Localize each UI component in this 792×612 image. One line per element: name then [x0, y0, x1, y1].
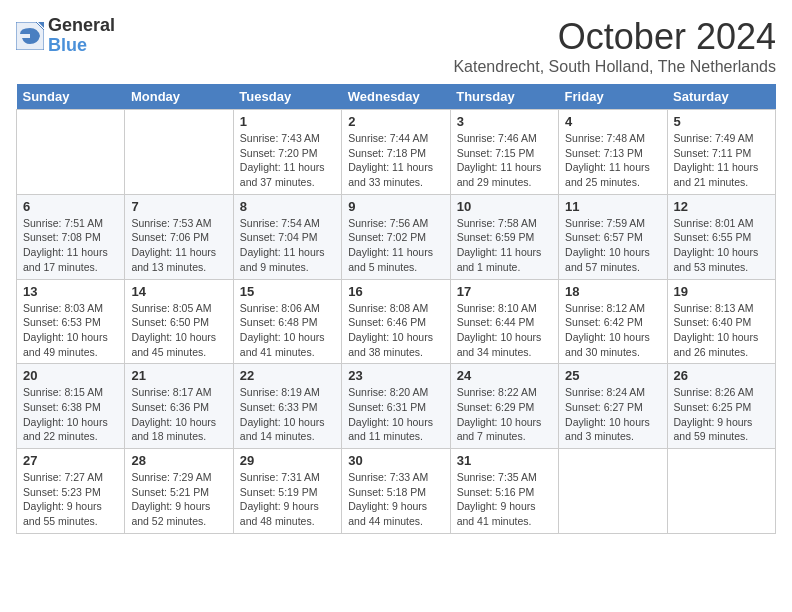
- cell-info: Sunrise: 8:26 AM Sunset: 6:25 PM Dayligh…: [674, 385, 769, 444]
- cell-info: Sunrise: 8:22 AM Sunset: 6:29 PM Dayligh…: [457, 385, 552, 444]
- day-number: 15: [240, 284, 335, 299]
- day-number: 19: [674, 284, 769, 299]
- cell-info: Sunrise: 8:20 AM Sunset: 6:31 PM Dayligh…: [348, 385, 443, 444]
- day-number: 8: [240, 199, 335, 214]
- day-number: 7: [131, 199, 226, 214]
- day-number: 31: [457, 453, 552, 468]
- calendar-cell: [17, 110, 125, 195]
- logo-icon: [16, 22, 44, 50]
- calendar-cell: 27Sunrise: 7:27 AM Sunset: 5:23 PM Dayli…: [17, 449, 125, 534]
- cell-info: Sunrise: 7:54 AM Sunset: 7:04 PM Dayligh…: [240, 216, 335, 275]
- calendar-cell: [667, 449, 775, 534]
- calendar-cell: 16Sunrise: 8:08 AM Sunset: 6:46 PM Dayli…: [342, 279, 450, 364]
- day-number: 22: [240, 368, 335, 383]
- calendar-cell: 19Sunrise: 8:13 AM Sunset: 6:40 PM Dayli…: [667, 279, 775, 364]
- calendar-cell: 2Sunrise: 7:44 AM Sunset: 7:18 PM Daylig…: [342, 110, 450, 195]
- day-number: 9: [348, 199, 443, 214]
- logo-text: General Blue: [48, 16, 115, 56]
- cell-info: Sunrise: 7:59 AM Sunset: 6:57 PM Dayligh…: [565, 216, 660, 275]
- calendar-cell: 14Sunrise: 8:05 AM Sunset: 6:50 PM Dayli…: [125, 279, 233, 364]
- calendar-cell: 7Sunrise: 7:53 AM Sunset: 7:06 PM Daylig…: [125, 194, 233, 279]
- calendar-cell: 15Sunrise: 8:06 AM Sunset: 6:48 PM Dayli…: [233, 279, 341, 364]
- calendar-cell: 8Sunrise: 7:54 AM Sunset: 7:04 PM Daylig…: [233, 194, 341, 279]
- calendar-cell: 1Sunrise: 7:43 AM Sunset: 7:20 PM Daylig…: [233, 110, 341, 195]
- cell-info: Sunrise: 8:12 AM Sunset: 6:42 PM Dayligh…: [565, 301, 660, 360]
- calendar-cell: 26Sunrise: 8:26 AM Sunset: 6:25 PM Dayli…: [667, 364, 775, 449]
- location: Katendrecht, South Holland, The Netherla…: [453, 58, 776, 76]
- calendar-cell: 23Sunrise: 8:20 AM Sunset: 6:31 PM Dayli…: [342, 364, 450, 449]
- day-number: 11: [565, 199, 660, 214]
- day-number: 17: [457, 284, 552, 299]
- cell-info: Sunrise: 8:15 AM Sunset: 6:38 PM Dayligh…: [23, 385, 118, 444]
- column-header-sunday: Sunday: [17, 84, 125, 110]
- day-number: 12: [674, 199, 769, 214]
- cell-info: Sunrise: 8:08 AM Sunset: 6:46 PM Dayligh…: [348, 301, 443, 360]
- calendar-week-3: 13Sunrise: 8:03 AM Sunset: 6:53 PM Dayli…: [17, 279, 776, 364]
- day-number: 18: [565, 284, 660, 299]
- cell-info: Sunrise: 7:56 AM Sunset: 7:02 PM Dayligh…: [348, 216, 443, 275]
- cell-info: Sunrise: 7:58 AM Sunset: 6:59 PM Dayligh…: [457, 216, 552, 275]
- month-title: October 2024: [453, 16, 776, 58]
- calendar-week-4: 20Sunrise: 8:15 AM Sunset: 6:38 PM Dayli…: [17, 364, 776, 449]
- column-header-saturday: Saturday: [667, 84, 775, 110]
- day-number: 5: [674, 114, 769, 129]
- calendar-cell: 29Sunrise: 7:31 AM Sunset: 5:19 PM Dayli…: [233, 449, 341, 534]
- day-number: 29: [240, 453, 335, 468]
- cell-info: Sunrise: 7:53 AM Sunset: 7:06 PM Dayligh…: [131, 216, 226, 275]
- day-number: 14: [131, 284, 226, 299]
- calendar-cell: 3Sunrise: 7:46 AM Sunset: 7:15 PM Daylig…: [450, 110, 558, 195]
- calendar-cell: 5Sunrise: 7:49 AM Sunset: 7:11 PM Daylig…: [667, 110, 775, 195]
- calendar-cell: 9Sunrise: 7:56 AM Sunset: 7:02 PM Daylig…: [342, 194, 450, 279]
- calendar-cell: 13Sunrise: 8:03 AM Sunset: 6:53 PM Dayli…: [17, 279, 125, 364]
- column-header-wednesday: Wednesday: [342, 84, 450, 110]
- day-number: 25: [565, 368, 660, 383]
- calendar-cell: 18Sunrise: 8:12 AM Sunset: 6:42 PM Dayli…: [559, 279, 667, 364]
- calendar-cell: 25Sunrise: 8:24 AM Sunset: 6:27 PM Dayli…: [559, 364, 667, 449]
- calendar-cell: 17Sunrise: 8:10 AM Sunset: 6:44 PM Dayli…: [450, 279, 558, 364]
- calendar-week-2: 6Sunrise: 7:51 AM Sunset: 7:08 PM Daylig…: [17, 194, 776, 279]
- cell-info: Sunrise: 7:35 AM Sunset: 5:16 PM Dayligh…: [457, 470, 552, 529]
- calendar-cell: 24Sunrise: 8:22 AM Sunset: 6:29 PM Dayli…: [450, 364, 558, 449]
- day-number: 10: [457, 199, 552, 214]
- cell-info: Sunrise: 8:06 AM Sunset: 6:48 PM Dayligh…: [240, 301, 335, 360]
- day-number: 13: [23, 284, 118, 299]
- calendar-cell: 21Sunrise: 8:17 AM Sunset: 6:36 PM Dayli…: [125, 364, 233, 449]
- logo-blue: Blue: [48, 36, 115, 56]
- day-number: 3: [457, 114, 552, 129]
- logo-general: General: [48, 16, 115, 36]
- calendar-cell: 11Sunrise: 7:59 AM Sunset: 6:57 PM Dayli…: [559, 194, 667, 279]
- calendar-cell: [559, 449, 667, 534]
- cell-info: Sunrise: 7:29 AM Sunset: 5:21 PM Dayligh…: [131, 470, 226, 529]
- cell-info: Sunrise: 7:43 AM Sunset: 7:20 PM Dayligh…: [240, 131, 335, 190]
- page-header: General Blue October 2024 Katendrecht, S…: [16, 16, 776, 76]
- cell-info: Sunrise: 7:51 AM Sunset: 7:08 PM Dayligh…: [23, 216, 118, 275]
- calendar-cell: 6Sunrise: 7:51 AM Sunset: 7:08 PM Daylig…: [17, 194, 125, 279]
- cell-info: Sunrise: 7:33 AM Sunset: 5:18 PM Dayligh…: [348, 470, 443, 529]
- header-row: SundayMondayTuesdayWednesdayThursdayFrid…: [17, 84, 776, 110]
- column-header-friday: Friday: [559, 84, 667, 110]
- cell-info: Sunrise: 8:03 AM Sunset: 6:53 PM Dayligh…: [23, 301, 118, 360]
- column-header-monday: Monday: [125, 84, 233, 110]
- day-number: 27: [23, 453, 118, 468]
- calendar-cell: 22Sunrise: 8:19 AM Sunset: 6:33 PM Dayli…: [233, 364, 341, 449]
- day-number: 16: [348, 284, 443, 299]
- day-number: 30: [348, 453, 443, 468]
- day-number: 21: [131, 368, 226, 383]
- day-number: 2: [348, 114, 443, 129]
- calendar-cell: 12Sunrise: 8:01 AM Sunset: 6:55 PM Dayli…: [667, 194, 775, 279]
- column-header-tuesday: Tuesday: [233, 84, 341, 110]
- calendar-cell: 10Sunrise: 7:58 AM Sunset: 6:59 PM Dayli…: [450, 194, 558, 279]
- logo: General Blue: [16, 16, 115, 56]
- day-number: 1: [240, 114, 335, 129]
- day-number: 23: [348, 368, 443, 383]
- cell-info: Sunrise: 8:01 AM Sunset: 6:55 PM Dayligh…: [674, 216, 769, 275]
- calendar-cell: 31Sunrise: 7:35 AM Sunset: 5:16 PM Dayli…: [450, 449, 558, 534]
- day-number: 4: [565, 114, 660, 129]
- cell-info: Sunrise: 8:05 AM Sunset: 6:50 PM Dayligh…: [131, 301, 226, 360]
- day-number: 24: [457, 368, 552, 383]
- cell-info: Sunrise: 8:13 AM Sunset: 6:40 PM Dayligh…: [674, 301, 769, 360]
- calendar-week-5: 27Sunrise: 7:27 AM Sunset: 5:23 PM Dayli…: [17, 449, 776, 534]
- calendar-cell: [125, 110, 233, 195]
- day-number: 26: [674, 368, 769, 383]
- cell-info: Sunrise: 7:31 AM Sunset: 5:19 PM Dayligh…: [240, 470, 335, 529]
